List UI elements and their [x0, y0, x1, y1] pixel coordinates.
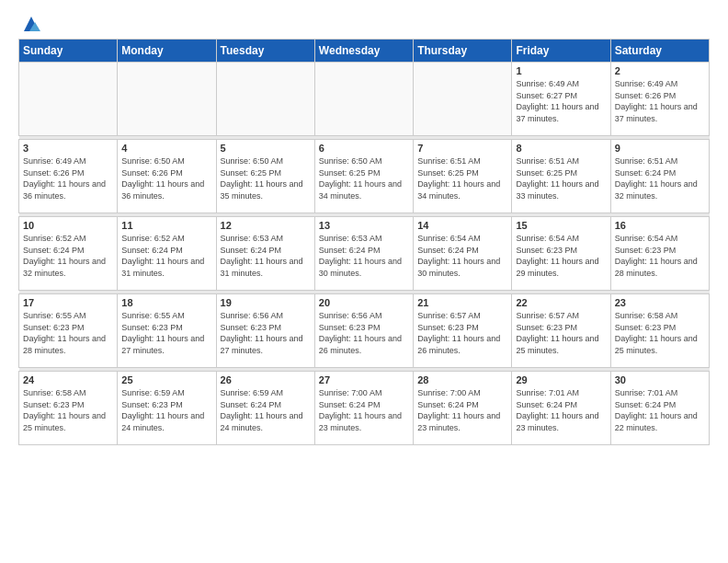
day-info: Sunrise: 6:50 AMSunset: 6:26 PMDaylight:…: [121, 155, 211, 201]
calendar-cell: 12Sunrise: 6:53 AMSunset: 6:24 PMDayligh…: [216, 217, 314, 291]
calendar-cell: 5Sunrise: 6:50 AMSunset: 6:25 PMDaylight…: [216, 140, 314, 213]
day-info: Sunrise: 6:54 AMSunset: 6:24 PMDaylight:…: [417, 233, 507, 279]
calendar-cell: [118, 63, 216, 136]
calendar-cell: 28Sunrise: 7:00 AMSunset: 6:24 PMDayligh…: [414, 372, 512, 445]
calendar-cell: 23Sunrise: 6:58 AMSunset: 6:23 PMDayligh…: [610, 294, 709, 368]
day-info: Sunrise: 6:59 AMSunset: 6:24 PMDaylight:…: [221, 387, 311, 433]
day-info: Sunrise: 6:53 AMSunset: 6:24 PMDaylight:…: [319, 233, 409, 279]
weekday-header-row: SundayMondayTuesdayWednesdayThursdayFrid…: [19, 40, 710, 63]
calendar-cell: 13Sunrise: 6:53 AMSunset: 6:24 PMDayligh…: [314, 217, 413, 291]
day-info: Sunrise: 6:53 AMSunset: 6:24 PMDaylight:…: [221, 233, 311, 279]
day-number: 13: [319, 220, 409, 231]
day-number: 11: [121, 220, 211, 231]
day-info: Sunrise: 6:55 AMSunset: 6:23 PMDaylight:…: [121, 310, 211, 356]
calendar-cell: 14Sunrise: 6:54 AMSunset: 6:24 PMDayligh…: [414, 217, 512, 291]
day-info: Sunrise: 7:00 AMSunset: 6:24 PMDaylight:…: [417, 387, 507, 433]
day-info: Sunrise: 6:50 AMSunset: 6:25 PMDaylight:…: [319, 155, 409, 201]
day-info: Sunrise: 6:49 AMSunset: 6:26 PMDaylight:…: [23, 155, 113, 201]
calendar-cell: 30Sunrise: 7:01 AMSunset: 6:24 PMDayligh…: [610, 372, 709, 445]
calendar-cell: 1Sunrise: 6:49 AMSunset: 6:27 PMDaylight…: [512, 63, 610, 136]
calendar-cell: 17Sunrise: 6:55 AMSunset: 6:23 PMDayligh…: [19, 294, 118, 368]
day-info: Sunrise: 6:52 AMSunset: 6:24 PMDaylight:…: [23, 233, 113, 279]
day-number: 28: [417, 374, 507, 385]
day-info: Sunrise: 6:57 AMSunset: 6:23 PMDaylight:…: [516, 310, 606, 356]
calendar-cell: 21Sunrise: 6:57 AMSunset: 6:23 PMDayligh…: [414, 294, 512, 368]
day-info: Sunrise: 7:00 AMSunset: 6:24 PMDaylight:…: [319, 387, 409, 433]
day-number: 17: [23, 297, 113, 308]
day-number: 18: [121, 297, 211, 308]
weekday-header-sunday: Sunday: [19, 40, 118, 63]
day-number: 1: [516, 65, 606, 76]
logo: [18, 15, 42, 29]
calendar-cell: 22Sunrise: 6:57 AMSunset: 6:23 PMDayligh…: [512, 294, 610, 368]
day-number: 9: [615, 143, 705, 154]
day-info: Sunrise: 6:52 AMSunset: 6:24 PMDaylight:…: [121, 233, 211, 279]
calendar-cell: 3Sunrise: 6:49 AMSunset: 6:26 PMDaylight…: [19, 140, 118, 213]
weekday-header-saturday: Saturday: [610, 40, 709, 63]
calendar-week-2: 3Sunrise: 6:49 AMSunset: 6:26 PMDaylight…: [19, 140, 710, 213]
calendar-cell: 8Sunrise: 6:51 AMSunset: 6:25 PMDaylight…: [512, 140, 610, 213]
day-number: 29: [516, 374, 606, 385]
calendar-cell: 6Sunrise: 6:50 AMSunset: 6:25 PMDaylight…: [314, 140, 413, 213]
day-info: Sunrise: 6:50 AMSunset: 6:25 PMDaylight:…: [221, 155, 311, 201]
day-info: Sunrise: 7:01 AMSunset: 6:24 PMDaylight:…: [615, 387, 705, 433]
calendar-cell: 10Sunrise: 6:52 AMSunset: 6:24 PMDayligh…: [19, 217, 118, 291]
day-info: Sunrise: 6:58 AMSunset: 6:23 PMDaylight:…: [23, 387, 113, 433]
day-info: Sunrise: 6:58 AMSunset: 6:23 PMDaylight:…: [615, 310, 705, 356]
calendar-cell: 25Sunrise: 6:59 AMSunset: 6:23 PMDayligh…: [118, 372, 216, 445]
calendar-cell: 11Sunrise: 6:52 AMSunset: 6:24 PMDayligh…: [118, 217, 216, 291]
day-number: 6: [319, 143, 409, 154]
weekday-header-wednesday: Wednesday: [314, 40, 413, 63]
calendar-cell: 18Sunrise: 6:55 AMSunset: 6:23 PMDayligh…: [118, 294, 216, 368]
calendar: SundayMondayTuesdayWednesdayThursdayFrid…: [18, 39, 710, 445]
day-number: 20: [319, 297, 409, 308]
weekday-header-thursday: Thursday: [414, 40, 512, 63]
calendar-cell: [414, 63, 512, 136]
calendar-cell: 4Sunrise: 6:50 AMSunset: 6:26 PMDaylight…: [118, 140, 216, 213]
calendar-cell: [19, 63, 118, 136]
day-info: Sunrise: 6:56 AMSunset: 6:23 PMDaylight:…: [319, 310, 409, 356]
calendar-week-5: 24Sunrise: 6:58 AMSunset: 6:23 PMDayligh…: [19, 372, 710, 445]
day-info: Sunrise: 6:56 AMSunset: 6:23 PMDaylight:…: [221, 310, 311, 356]
day-info: Sunrise: 6:57 AMSunset: 6:23 PMDaylight:…: [417, 310, 507, 356]
day-number: 27: [319, 374, 409, 385]
day-number: 5: [221, 143, 311, 154]
page-container: SundayMondayTuesdayWednesdayThursdayFrid…: [0, 0, 728, 460]
calendar-cell: 19Sunrise: 6:56 AMSunset: 6:23 PMDayligh…: [216, 294, 314, 368]
calendar-cell: 20Sunrise: 6:56 AMSunset: 6:23 PMDayligh…: [314, 294, 413, 368]
day-info: Sunrise: 7:01 AMSunset: 6:24 PMDaylight:…: [516, 387, 606, 433]
day-info: Sunrise: 6:59 AMSunset: 6:23 PMDaylight:…: [121, 387, 211, 433]
day-number: 8: [516, 143, 606, 154]
day-info: Sunrise: 6:49 AMSunset: 6:26 PMDaylight:…: [615, 78, 705, 124]
calendar-cell: 27Sunrise: 7:00 AMSunset: 6:24 PMDayligh…: [314, 372, 413, 445]
day-number: 19: [221, 297, 311, 308]
calendar-cell: [314, 63, 413, 136]
day-info: Sunrise: 6:51 AMSunset: 6:25 PMDaylight:…: [417, 155, 507, 201]
day-number: 22: [516, 297, 606, 308]
day-number: 24: [23, 374, 113, 385]
day-number: 2: [615, 65, 705, 76]
day-info: Sunrise: 6:49 AMSunset: 6:27 PMDaylight:…: [516, 78, 606, 124]
calendar-cell: 7Sunrise: 6:51 AMSunset: 6:25 PMDaylight…: [414, 140, 512, 213]
calendar-week-3: 10Sunrise: 6:52 AMSunset: 6:24 PMDayligh…: [19, 217, 710, 291]
calendar-cell: [216, 63, 314, 136]
weekday-header-monday: Monday: [118, 40, 216, 63]
logo-icon: [20, 15, 42, 33]
day-number: 3: [23, 143, 113, 154]
calendar-week-1: 1Sunrise: 6:49 AMSunset: 6:27 PMDaylight…: [19, 63, 710, 136]
day-info: Sunrise: 6:54 AMSunset: 6:23 PMDaylight:…: [516, 233, 606, 279]
day-number: 12: [221, 220, 311, 231]
calendar-cell: 2Sunrise: 6:49 AMSunset: 6:26 PMDaylight…: [610, 63, 709, 136]
weekday-header-tuesday: Tuesday: [216, 40, 314, 63]
day-info: Sunrise: 6:55 AMSunset: 6:23 PMDaylight:…: [23, 310, 113, 356]
calendar-cell: 24Sunrise: 6:58 AMSunset: 6:23 PMDayligh…: [19, 372, 118, 445]
day-info: Sunrise: 6:51 AMSunset: 6:24 PMDaylight:…: [615, 155, 705, 201]
day-number: 16: [615, 220, 705, 231]
day-number: 21: [417, 297, 507, 308]
calendar-cell: 15Sunrise: 6:54 AMSunset: 6:23 PMDayligh…: [512, 217, 610, 291]
calendar-cell: 26Sunrise: 6:59 AMSunset: 6:24 PMDayligh…: [216, 372, 314, 445]
calendar-cell: 29Sunrise: 7:01 AMSunset: 6:24 PMDayligh…: [512, 372, 610, 445]
day-number: 10: [23, 220, 113, 231]
calendar-cell: 9Sunrise: 6:51 AMSunset: 6:24 PMDaylight…: [610, 140, 709, 213]
weekday-header-friday: Friday: [512, 40, 610, 63]
